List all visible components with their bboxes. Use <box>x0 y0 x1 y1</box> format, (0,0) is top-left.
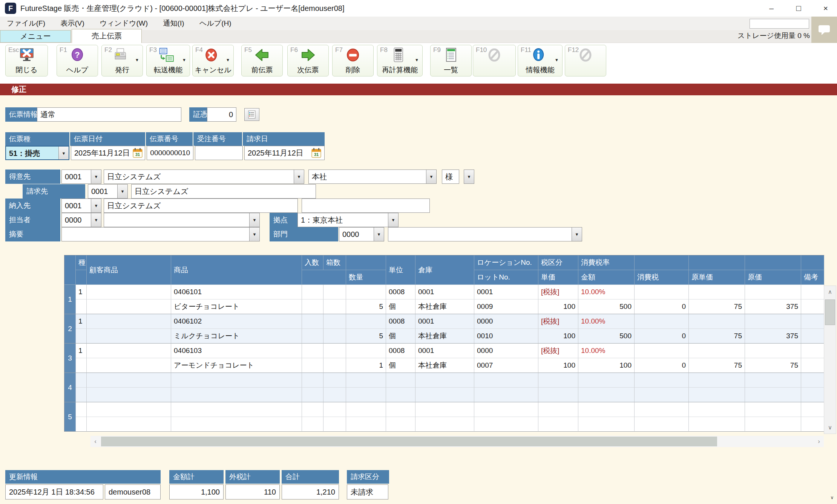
cell-blank[interactable] <box>323 299 346 314</box>
cell-qty[interactable]: 1 <box>346 358 386 373</box>
cell-cost-unit-price[interactable] <box>689 388 745 402</box>
cell-tax[interactable] <box>635 388 689 402</box>
cell-item-code[interactable]: 0406101 <box>171 285 302 299</box>
cell-item-name[interactable] <box>171 388 302 402</box>
cell-type[interactable]: 1 <box>76 344 87 358</box>
cell-warehouse-code[interactable] <box>415 402 474 417</box>
cell-qty-per-box[interactable] <box>302 285 323 299</box>
cancel-button[interactable]: F4 ▼ キャンセル <box>192 45 234 76</box>
cell-unit[interactable]: 個 <box>386 358 415 373</box>
cell-amount[interactable] <box>578 417 635 432</box>
slip-type-select[interactable]: 51：掛売 <box>5 146 69 160</box>
cell-blank[interactable] <box>801 314 824 329</box>
cell-cost[interactable] <box>745 388 801 402</box>
row-number[interactable]: 5 <box>64 402 76 432</box>
cell-blank[interactable] <box>801 344 824 358</box>
next-slip-button[interactable]: F6 次伝票 <box>287 45 329 76</box>
cell-item-code[interactable] <box>171 373 302 388</box>
cell-blank[interactable] <box>801 402 824 417</box>
staff-name-select[interactable] <box>104 213 260 227</box>
cell-tax[interactable] <box>635 417 689 432</box>
scroll-left-icon[interactable]: ‹ <box>90 436 100 447</box>
cell-blank[interactable] <box>689 344 745 358</box>
dropdown-arrow-icon[interactable]: ▼ <box>415 58 419 62</box>
prev-slip-button[interactable]: F5 前伝票 <box>241 45 283 76</box>
cell-customer-item[interactable] <box>87 344 171 358</box>
voucher-count-field[interactable]: 0 <box>207 107 236 122</box>
cell-item-name[interactable] <box>171 417 302 432</box>
cell-warehouse[interactable] <box>415 417 474 432</box>
cell-item-name[interactable]: アーモンドチョコレート <box>171 358 302 373</box>
table-vertical-scrollbar[interactable]: ∧ ∨ <box>824 286 836 434</box>
cell-boxes[interactable] <box>323 314 346 329</box>
cell-tax-class[interactable] <box>538 402 578 417</box>
cell-blank[interactable] <box>323 329 346 344</box>
cell-blank[interactable] <box>302 329 323 344</box>
transfer-button[interactable]: F3 ▼ 転送機能 <box>146 45 190 76</box>
cell-cost-unit-price[interactable] <box>689 417 745 432</box>
remarks-select[interactable] <box>61 227 260 241</box>
menu-help[interactable]: ヘルプ(H) <box>193 17 238 30</box>
cell-boxes[interactable] <box>323 344 346 358</box>
cell-tax[interactable]: 0 <box>635 358 689 373</box>
order-no-field[interactable] <box>195 146 243 160</box>
cell-cost[interactable]: 375 <box>745 299 801 314</box>
help-button[interactable]: F1 ? ヘルプ <box>57 45 98 76</box>
cell-blank[interactable] <box>689 373 745 388</box>
cell-note[interactable] <box>801 358 824 373</box>
cell-tax-class[interactable]: [税抜] <box>538 344 578 358</box>
cell-blank[interactable] <box>346 314 386 329</box>
cell-blank[interactable] <box>76 417 87 432</box>
dropdown-button[interactable] <box>91 213 101 227</box>
billing-to-code-select[interactable]: 0001 <box>88 184 128 199</box>
minimize-button[interactable]: – <box>762 0 780 17</box>
cell-blank[interactable] <box>745 285 801 299</box>
cell-customer-item[interactable] <box>87 314 171 329</box>
cell-note[interactable] <box>801 299 824 314</box>
cell-amount[interactable]: 500 <box>578 299 635 314</box>
cell-tax-rate[interactable]: 10.00% <box>578 344 635 358</box>
cell-blank[interactable] <box>87 388 171 402</box>
cell-blank[interactable] <box>302 299 323 314</box>
cell-note[interactable] <box>801 417 824 432</box>
cell-location-no[interactable]: 0000 <box>474 344 538 358</box>
window-scroll-down-icon[interactable]: ∨ <box>827 493 837 502</box>
cell-blank[interactable] <box>801 285 824 299</box>
cell-blank[interactable] <box>635 344 689 358</box>
cell-warehouse[interactable]: 本社倉庫 <box>415 358 474 373</box>
dropdown-button[interactable] <box>91 170 101 183</box>
cell-blank[interactable] <box>76 388 87 402</box>
cell-tax[interactable]: 0 <box>635 299 689 314</box>
close-button[interactable]: × <box>817 0 835 17</box>
cell-blank[interactable] <box>302 358 323 373</box>
row-number[interactable]: 4 <box>64 373 76 402</box>
cell-location-no[interactable]: 0001 <box>474 285 538 299</box>
cell-blank[interactable] <box>76 358 87 373</box>
cell-unit[interactable] <box>386 417 415 432</box>
cell-customer-item[interactable] <box>87 285 171 299</box>
cell-blank[interactable] <box>323 358 346 373</box>
cell-blank[interactable] <box>87 358 171 373</box>
customer-name-select[interactable]: 日立システムズ <box>104 170 304 184</box>
cell-amount[interactable]: 100 <box>578 358 635 373</box>
cell-blank[interactable] <box>689 402 745 417</box>
cell-unit-price[interactable]: 100 <box>538 329 578 344</box>
cell-blank[interactable] <box>745 314 801 329</box>
cell-blank[interactable] <box>323 388 346 402</box>
voucher-detail-button[interactable] <box>244 108 259 121</box>
cell-lot-no[interactable]: 0010 <box>474 329 538 344</box>
recalc-button[interactable]: F8 ▼ 再計算機能 <box>377 45 423 76</box>
cell-item-code[interactable]: 0406103 <box>171 344 302 358</box>
row-number[interactable]: 2 <box>64 314 76 344</box>
cell-unit[interactable] <box>386 388 415 402</box>
dropdown-button[interactable] <box>374 228 384 241</box>
cell-blank[interactable] <box>635 373 689 388</box>
menu-view[interactable]: 表示(V) <box>54 17 91 30</box>
cell-tax-class[interactable]: [税抜] <box>538 285 578 299</box>
cell-tax-class[interactable]: [税抜] <box>538 314 578 329</box>
row-number[interactable]: 1 <box>64 285 76 314</box>
menu-window[interactable]: ウィンドウ(W) <box>93 17 155 30</box>
scroll-right-icon[interactable]: › <box>814 436 824 447</box>
cell-cost[interactable]: 375 <box>745 329 801 344</box>
cell-blank[interactable] <box>302 388 323 402</box>
